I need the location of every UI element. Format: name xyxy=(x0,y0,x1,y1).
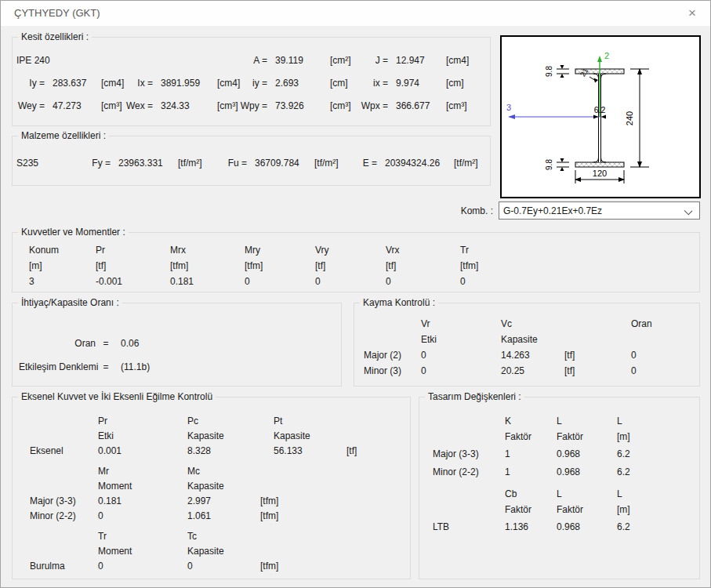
bending-row-minor: Minor (2-2) 0 1.061 [tfm] xyxy=(13,508,410,523)
prop-unit: [cm³] xyxy=(438,100,471,111)
col-header: Vc xyxy=(501,318,564,329)
prop-unit: [cm4] xyxy=(90,78,122,89)
prop-label: Ix = xyxy=(122,78,153,89)
prop-label: J = xyxy=(354,55,388,66)
section-drawing: 2 3 6.2 240 120 xyxy=(502,37,699,197)
col-unit: [m] xyxy=(29,260,96,271)
col-header: L xyxy=(617,488,664,499)
col-unit: [tf] xyxy=(315,260,386,271)
col-header: Faktör xyxy=(505,504,557,515)
cell-value: 0.181 xyxy=(98,495,187,506)
prop-value: 283.637 xyxy=(45,78,90,89)
profile-name: IPE 240 xyxy=(16,55,239,66)
col-header: Kapasite xyxy=(187,546,274,557)
design-check-dialog: ÇYTHYEDY (GKT) × Kesit özellikleri : IPE… xyxy=(0,0,711,588)
ratio-row: Oran = 0.06 xyxy=(13,332,341,355)
row-label: Eksenel xyxy=(30,445,98,456)
kl-header-row-2: Faktör Faktör [m] xyxy=(419,429,699,445)
title-bar: ÇYTHYEDY (GKT) × xyxy=(1,1,710,26)
prop-label: Wex = xyxy=(122,100,153,111)
cell-value: 0.968 xyxy=(557,521,617,532)
prop-unit: [cm³] xyxy=(90,100,122,111)
cell-value: 0 xyxy=(98,510,187,521)
prop-unit: [cm4] xyxy=(206,78,239,89)
axial-bending-groupbox: Eksenel Kuvvet ve İki Eksenli Eğilme Kon… xyxy=(12,397,411,579)
bending-header-row-1: Mr Mc xyxy=(13,463,410,478)
prop-unit: [cm³] xyxy=(319,100,354,111)
col-unit: [tfm] xyxy=(170,260,245,271)
col-header: Vry xyxy=(315,245,386,256)
cell-value: 0 xyxy=(631,365,678,376)
equals-sign: = xyxy=(96,361,116,372)
cell-unit: [tf] xyxy=(564,365,631,376)
prop-value: 2.693 xyxy=(267,78,319,89)
prop-value: 23963.331 xyxy=(111,158,167,169)
cell-value: 1 xyxy=(505,466,557,477)
prop-value: 9.974 xyxy=(388,78,438,89)
prop-label: Wpy = xyxy=(239,100,267,111)
axial-header-row-2: Etki Kapasite Kapasite xyxy=(13,428,410,443)
col-header: Etki xyxy=(98,430,187,441)
cell-value: 0 xyxy=(460,276,523,287)
close-button[interactable]: × xyxy=(679,3,706,24)
ltb-row: LTB 1.136 0.968 6.2 xyxy=(419,517,699,535)
prop-value: 12.947 xyxy=(388,55,438,66)
col-unit: [tf] xyxy=(96,260,170,271)
shear-row-minor: Minor (3) 0 20.25 [tf] 0 xyxy=(354,363,699,379)
cell-value: 1 xyxy=(505,448,557,459)
equation-value: (11.1b) xyxy=(116,361,234,372)
col-header: Konum xyxy=(29,245,96,256)
axis-2-arrow-icon xyxy=(597,56,602,62)
cell-value: 1.136 xyxy=(505,521,557,532)
col-header: K xyxy=(505,416,557,426)
bending-header-row-2: Moment Kapasite xyxy=(13,478,410,493)
cell-value: 0 xyxy=(315,276,386,287)
col-header: Pr xyxy=(98,416,187,426)
ratio-label: Oran xyxy=(19,338,96,349)
prop-unit: [cm] xyxy=(438,78,471,89)
prop-unit: [cm²] xyxy=(319,55,354,66)
row-label: Minor (2-2) xyxy=(433,466,505,477)
forces-moments-legend: Kuvvetler ve Momentler : xyxy=(18,227,129,238)
col-header: Tr xyxy=(460,245,523,256)
col-header: Oran xyxy=(631,318,678,329)
col-header: Moment xyxy=(98,546,187,557)
row-label: Minor (2-2) xyxy=(30,510,98,521)
interaction-equation-row: Etkileşim Denklemi = (11.1b) xyxy=(13,355,341,379)
axis-3-label: 3 xyxy=(506,103,511,112)
col-header: Moment xyxy=(98,481,187,492)
forces-values-row: 3 -0.001 0.181 0 0 0 0 xyxy=(13,274,699,289)
col-header: Etki xyxy=(421,334,501,345)
col-header: Mrx xyxy=(170,245,245,256)
prop-label: ix = xyxy=(354,78,388,89)
torsion-header-row-1: Tr Tc xyxy=(13,528,410,543)
material-row: S235 Fy = 23963.331 [tf/m²] Fu = 36709.7… xyxy=(16,157,490,169)
material-properties-legend: Malzeme özellikleri : xyxy=(18,130,109,141)
kl-row-major: Major (3-3) 1 0.968 6.2 xyxy=(419,445,699,463)
cell-value: 0 xyxy=(421,350,501,361)
prop-unit: [tf/m²] xyxy=(303,158,354,169)
prop-value: 324.33 xyxy=(153,100,206,111)
close-icon: × xyxy=(688,5,696,21)
col-header: Vrx xyxy=(386,245,460,256)
prop-unit: [cm4] xyxy=(438,55,471,66)
axial-header-row-1: Pr Pc Pt xyxy=(13,413,410,428)
cell-value: 20.25 xyxy=(501,365,564,376)
row-label: Minor (3) xyxy=(364,365,421,376)
col-unit: [tfm] xyxy=(460,260,523,271)
combination-select[interactable]: G-0.7Ey+0.21Ex+0.7Ez xyxy=(499,201,700,220)
chevron-down-icon xyxy=(684,207,693,216)
cell-value: 56.133 xyxy=(274,445,346,456)
forces-moments-groupbox: Kuvvetler ve Momentler : Konum Pr Mrx Mr… xyxy=(12,232,700,292)
col-unit: [tf] xyxy=(386,260,460,271)
cell-value: 0.181 xyxy=(170,276,245,287)
torsion-row: Burulma 0 0 [tfm] xyxy=(13,558,410,573)
col-header: Kapasite xyxy=(187,481,274,492)
axis-3-arrow-icon xyxy=(508,114,515,119)
cell-value: 0 xyxy=(386,276,460,287)
shear-header-row-2: Etki Kapasite xyxy=(354,332,699,347)
col-header: L xyxy=(557,416,617,426)
col-header: Faktör xyxy=(557,431,617,442)
shear-header-row-1: Vr Vc Oran xyxy=(354,316,699,332)
flange-thickness-top-label: 9.8 xyxy=(545,66,553,77)
